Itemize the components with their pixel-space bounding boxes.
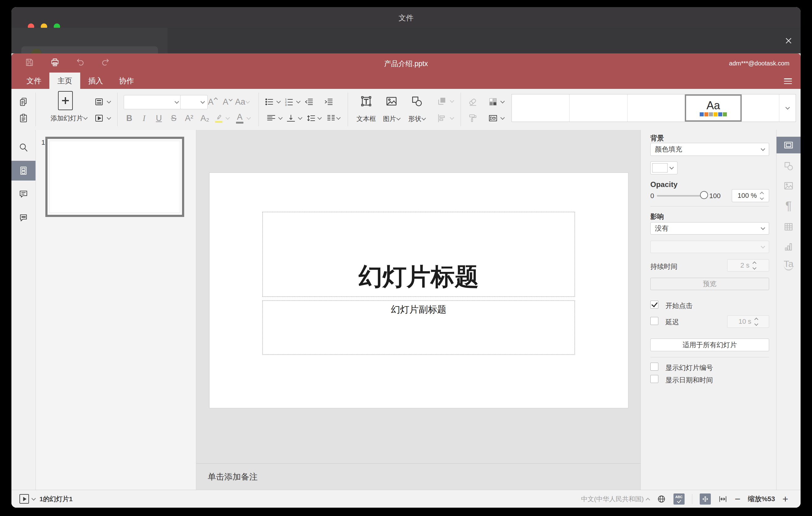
bullets-dropdown[interactable] [277,101,280,103]
theme-blank-4[interactable] [742,94,779,122]
tab-home[interactable]: 主页 [49,73,80,89]
paragraph-settings-icon[interactable]: ¶ [785,199,792,212]
spinner-arrows-icon[interactable] [760,192,763,199]
theme-selected[interactable]: Aa [685,94,742,122]
delay-input[interactable]: 10 s [727,315,769,328]
columns-dropdown[interactable] [337,117,340,119]
shape-label[interactable]: 形状 [408,114,426,123]
menu-icon[interactable] [784,78,792,84]
chat-icon[interactable] [19,213,28,223]
start-slideshow-button[interactable] [94,113,104,123]
vertical-align-dropdown[interactable] [299,117,302,119]
highlight-dropdown[interactable] [226,117,229,119]
spellcheck-toggle[interactable]: ABC [673,493,685,505]
theme-gallery-expand[interactable] [779,94,796,122]
decrease-font-button[interactable]: A [223,97,232,107]
notes-area[interactable]: 单击添加备注 [196,463,640,490]
opacity-input[interactable]: 100 % [732,189,769,202]
insert-textbox-button[interactable] [360,95,372,107]
slideshow-dropdown[interactable] [107,117,111,119]
fit-slide-toggle[interactable] [700,493,711,505]
show-date-time-checkbox[interactable] [650,375,658,383]
vertical-align-button[interactable] [286,113,296,123]
fit-width-icon[interactable] [718,494,727,504]
font-color-dropdown[interactable] [247,117,250,119]
insert-shape-button[interactable] [411,95,423,107]
zoom-in-button[interactable]: + [782,494,788,504]
font-name-combo[interactable] [124,95,182,109]
title-placeholder[interactable]: 幻灯片标题 [262,212,575,297]
underline-button[interactable]: U [156,114,162,123]
image-settings-icon[interactable] [783,180,794,191]
copy-style-button[interactable] [468,113,477,123]
background-color-picker[interactable] [650,162,677,174]
opacity-slider-track[interactable] [657,195,701,197]
table-settings-icon[interactable] [783,222,794,232]
effect-type-select[interactable] [650,241,769,253]
italic-button[interactable]: I [143,114,146,123]
line-spacing-button[interactable] [306,113,316,123]
increase-font-button[interactable]: A [208,97,217,107]
increase-indent-button[interactable] [324,97,334,107]
arrange-button[interactable] [436,96,447,107]
layout-dropdown[interactable] [107,101,111,103]
tab-collaboration[interactable]: 协作 [111,73,142,89]
line-spacing-dropdown[interactable] [318,117,321,119]
highlight-color-button[interactable] [215,114,223,123]
account-label[interactable]: adm***@dootask.com [729,60,789,67]
add-slide-label-button[interactable]: 添加幻灯片 [51,114,87,122]
theme-blank-2[interactable] [570,94,628,122]
preview-button[interactable]: 预览 [650,278,769,290]
opacity-slider-handle[interactable] [700,191,708,199]
color-scheme-button[interactable] [488,97,498,107]
show-slide-number-checkbox[interactable] [650,363,658,371]
slide-size-dropdown[interactable] [501,117,504,119]
horizontal-align-dropdown[interactable] [279,117,282,119]
subscript-button[interactable]: A₂ [201,114,209,123]
slides-icon[interactable] [19,166,28,176]
shape-settings-icon[interactable] [783,161,794,171]
slide-settings-icon[interactable] [783,140,794,150]
paste-button[interactable] [19,113,28,123]
strikethrough-button[interactable]: S [171,114,176,123]
decrease-indent-button[interactable] [304,97,314,107]
start-on-click-checkbox[interactable] [650,300,658,309]
effect-select[interactable]: 没有 [650,222,769,234]
start-slideshow-status-button[interactable] [20,494,29,504]
superscript-button[interactable]: A² [185,114,194,123]
bold-button[interactable]: B [126,114,132,123]
theme-blank-3[interactable] [628,94,685,122]
language-selector[interactable]: 中文(中华人民共和国) [581,495,649,503]
comments-icon[interactable] [19,189,28,199]
textart-settings-icon[interactable]: Ta [784,259,793,271]
tab-file[interactable]: 文件 [19,73,49,89]
theme-blank-1[interactable] [512,94,570,122]
columns-button[interactable] [326,113,336,123]
slide-thumbnail[interactable] [45,137,184,217]
subtitle-placeholder[interactable]: 幻灯片副标题 [262,300,575,355]
copy-button[interactable] [19,97,28,107]
slide-canvas[interactable]: 幻灯片标题 幻灯片副标题 [209,173,628,408]
close-icon[interactable] [784,36,793,46]
color-scheme-dropdown[interactable] [501,101,504,103]
chart-settings-icon[interactable] [783,242,794,252]
delay-checkbox[interactable] [650,317,658,325]
slide-size-button[interactable] [488,113,498,123]
zoom-out-button[interactable]: − [735,494,741,504]
slideshow-mode-dropdown[interactable] [31,496,36,500]
insert-image-button[interactable] [385,95,398,107]
bullets-button[interactable] [264,97,274,107]
background-fill-select[interactable]: 颜色填充 [650,143,769,156]
change-case-button[interactable]: Aa [235,97,249,107]
apply-to-all-button[interactable]: 适用于所有幻灯片 [650,339,769,351]
font-color-button[interactable]: A [236,113,243,124]
slide-layout-button[interactable] [94,97,104,107]
add-slide-button[interactable] [58,91,73,110]
horizontal-align-button[interactable] [266,113,276,123]
tab-insert[interactable]: 插入 [80,73,111,89]
numbering-dropdown[interactable] [297,101,300,103]
numbering-button[interactable]: 123 [284,97,294,107]
clear-style-button[interactable] [467,96,478,107]
duration-input[interactable]: 2 s [727,259,769,271]
align-objects-button[interactable] [437,113,447,123]
